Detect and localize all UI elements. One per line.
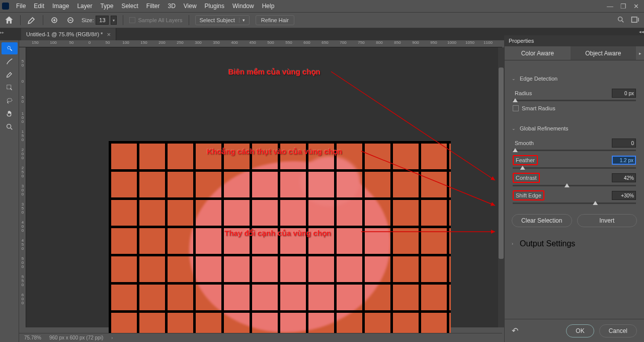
- options-bar: Size: ▾ Sample All Layers Select Subject…: [0, 12, 644, 28]
- menu-view[interactable]: View: [180, 1, 201, 12]
- tabs-overflow-icon[interactable]: ▸: [636, 46, 644, 60]
- refine-hair-button[interactable]: Refine Hair: [256, 15, 294, 25]
- feather-label: Feather: [513, 155, 538, 165]
- shift-edge-slider[interactable]: [513, 202, 636, 204]
- zoom-value[interactable]: 75.78%: [24, 335, 41, 340]
- global-refinements-header[interactable]: ⌄ Global Refinements: [512, 122, 637, 134]
- global-refinements-label: Global Refinements: [520, 125, 569, 131]
- refine-brush-tool-icon[interactable]: [2, 55, 18, 67]
- close-icon[interactable]: ✕: [633, 3, 639, 10]
- smooth-slider[interactable]: [513, 150, 636, 151]
- checkbox-icon: [129, 17, 135, 23]
- ok-button[interactable]: OK: [566, 324, 594, 337]
- menu-plugins[interactable]: Plugins: [201, 1, 228, 12]
- menu-bar: File Edit Image Layer Type Select Filter…: [0, 0, 644, 12]
- tab-object-aware[interactable]: Object Aware: [571, 46, 636, 60]
- shift-edge-row: Shift Edge: [513, 190, 636, 200]
- reset-icon[interactable]: ↶: [512, 326, 518, 335]
- left-toolbar: [0, 40, 19, 342]
- smart-radius-checkbox[interactable]: Smart Radius: [513, 105, 636, 111]
- menu-3d[interactable]: 3D: [164, 1, 179, 12]
- expand-left-icon[interactable]: ▸▸: [0, 30, 4, 35]
- slider-thumb[interactable]: [565, 183, 570, 187]
- size-input[interactable]: [96, 16, 109, 25]
- properties-title: Properties: [505, 35, 644, 46]
- slider-thumb[interactable]: [593, 201, 598, 205]
- mode-tabs: Color Aware Object Aware ▸: [505, 46, 644, 60]
- quick-select-tool-icon[interactable]: [2, 42, 18, 54]
- menu-select[interactable]: Select: [117, 1, 142, 12]
- menu-image[interactable]: Image: [48, 1, 73, 12]
- select-subject-button[interactable]: Select Subject ▾: [195, 15, 250, 25]
- home-icon[interactable]: [4, 15, 14, 25]
- slider-thumb[interactable]: [513, 98, 518, 102]
- output-settings-header[interactable]: › Output Settings: [512, 236, 637, 251]
- sample-all-layers-checkbox[interactable]: Sample All Layers: [129, 17, 182, 23]
- contrast-slider[interactable]: [513, 185, 636, 186]
- options-right: [617, 16, 640, 25]
- vertical-scrollbar[interactable]: [498, 47, 504, 327]
- clear-selection-button[interactable]: Clear Selection: [512, 214, 572, 227]
- doc-info-caret-icon[interactable]: ›: [111, 335, 113, 340]
- radius-input[interactable]: [612, 89, 636, 98]
- menu-layer[interactable]: Layer: [73, 1, 96, 12]
- tab-close-icon[interactable]: ×: [107, 31, 111, 38]
- vertical-ruler: 5 005 01 0 01 5 02 0 02 5 03 0 03 5 04 0…: [19, 47, 26, 327]
- smooth-input[interactable]: [612, 139, 636, 148]
- object-selection-tool-icon[interactable]: [2, 82, 18, 94]
- brush-tool-icon[interactable]: [2, 69, 18, 81]
- menu-file[interactable]: File: [12, 1, 30, 12]
- feather-slider[interactable]: [513, 167, 636, 169]
- canvas-area[interactable]: Biên mềm của vùng chọn Khoảng cách thụt …: [19, 40, 502, 327]
- lasso-tool-icon[interactable]: [2, 95, 18, 107]
- search-icon[interactable]: [617, 16, 625, 25]
- window-controls: — ❐ ✕: [607, 3, 642, 10]
- hand-tool-icon[interactable]: [2, 108, 18, 120]
- minimize-icon[interactable]: —: [607, 3, 613, 10]
- divider: [43, 15, 43, 25]
- scrollbar-thumb[interactable]: [499, 67, 504, 259]
- zoom-tool-icon[interactable]: [2, 121, 18, 133]
- document-tab[interactable]: Untitled-1 @ 75.8% (RGB/8#) * ×: [21, 28, 116, 40]
- app-logo-icon: [2, 3, 9, 10]
- svg-rect-3: [632, 17, 637, 23]
- slider-thumb[interactable]: [520, 166, 525, 170]
- menu-help[interactable]: Help: [258, 1, 279, 12]
- feather-row: Feather: [513, 155, 636, 165]
- feather-input[interactable]: [612, 156, 636, 165]
- sample-all-layers-label: Sample All Layers: [138, 17, 182, 23]
- edge-detection-label: Edge Detection: [520, 76, 557, 82]
- svg-point-4: [8, 46, 10, 49]
- contrast-row: Contrast: [513, 173, 636, 183]
- view-mode-icon[interactable]: [631, 16, 640, 24]
- brush-tool-icon[interactable]: [27, 15, 37, 25]
- properties-panel: Properties Color Aware Object Aware ▸ ⌄ …: [504, 35, 644, 342]
- tab-color-aware[interactable]: Color Aware: [505, 46, 571, 60]
- menu-type[interactable]: Type: [96, 1, 117, 12]
- smooth-label: Smooth: [513, 139, 536, 147]
- maximize-icon[interactable]: ❐: [620, 3, 626, 10]
- add-to-selection-icon[interactable]: [49, 15, 59, 25]
- menu-edit[interactable]: Edit: [30, 1, 48, 12]
- contrast-label: Contrast: [513, 173, 540, 183]
- horizontal-ruler: 1501005005010015020025030035040045050055…: [19, 40, 502, 47]
- shift-edge-input[interactable]: [612, 191, 636, 200]
- edge-detection-header[interactable]: ⌄ Edge Detection: [512, 73, 637, 85]
- radius-slider[interactable]: [513, 100, 636, 101]
- document-tab-title: Untitled-1 @ 75.8% (RGB/8#) *: [26, 31, 103, 37]
- invert-button[interactable]: Invert: [577, 214, 637, 227]
- menu-filter[interactable]: Filter: [142, 1, 164, 12]
- menu-window[interactable]: Window: [228, 1, 258, 12]
- slider-thumb[interactable]: [513, 148, 518, 152]
- subtract-from-selection-icon[interactable]: [65, 15, 75, 25]
- edge-detection-section: ⌄ Edge Detection Radius Smart Radius: [505, 67, 644, 117]
- caret-down-icon: ⌄: [512, 126, 517, 131]
- chevron-down-icon[interactable]: ▾: [239, 18, 245, 23]
- brush-size-field: Size: ▾: [82, 16, 117, 25]
- size-dropdown-icon[interactable]: ▾: [111, 16, 117, 25]
- cancel-button[interactable]: Cancel: [599, 324, 637, 337]
- contrast-input[interactable]: [612, 173, 636, 182]
- document-image: [109, 141, 451, 342]
- radius-row: Radius: [513, 89, 636, 98]
- expand-right-icon[interactable]: ◂◂: [639, 29, 644, 34]
